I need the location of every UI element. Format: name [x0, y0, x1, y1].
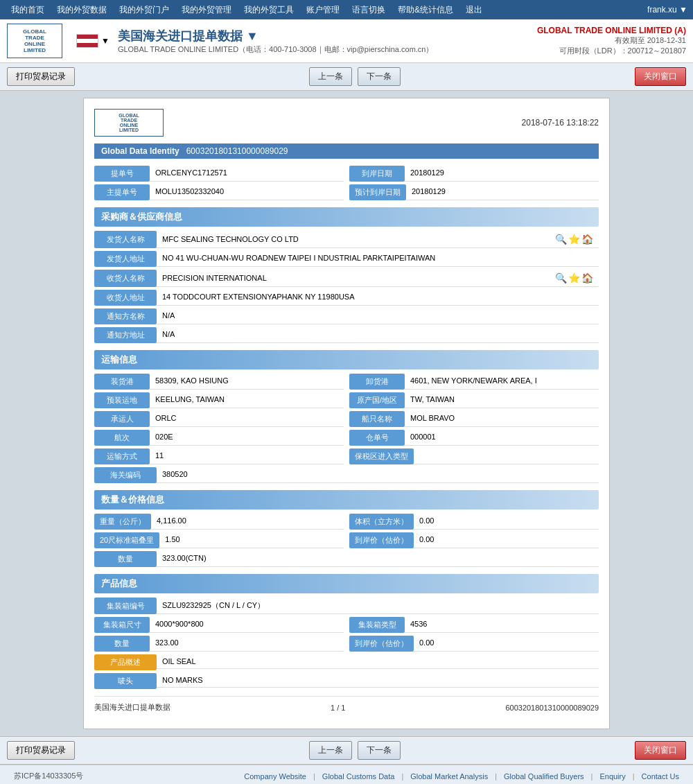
loading-place-field: 预装运地 KEELUNG, TAIWAN — [94, 392, 344, 408]
quantity2-field: 数量 323.00 — [94, 636, 344, 652]
footer-enquiry[interactable]: Enquiry — [599, 772, 625, 781]
notify-addr-row: 通知方地址 N/A — [94, 327, 599, 343]
bol-label: 仓单号 — [349, 430, 405, 446]
nav-logout[interactable]: 退出 — [460, 1, 488, 19]
consignee-icons: 🔍 ⭐ 🏠 — [555, 272, 593, 284]
vessel-label: 船只名称 — [349, 411, 405, 427]
container-std-value: 1.50 — [159, 532, 344, 548]
global-data-identity-bar: Global Data Identity 6003201801310000089… — [94, 143, 599, 159]
ftz-field: 保税区进入类型 — [349, 448, 599, 464]
container-no-value: SZLU9232925（CN / L / CY） — [157, 598, 599, 614]
loading-place-origin-fields: 预装运地 KEELUNG, TAIWAN 原产国/地区 TW, TAIWAN — [94, 392, 599, 408]
master-bill-label: 主提单号 — [94, 184, 150, 200]
page-title: 美国海关进口提单数据 ▼ — [118, 28, 537, 44]
weight-field: 重量（公斤） 4,116.00 — [94, 514, 344, 530]
shipper-addr-value: NO 41 WU-CHUAN-WU ROADNEW TAIPEI I NDUST… — [157, 251, 599, 267]
customs-code-label: 海关编码 — [94, 467, 157, 483]
nav-manage[interactable]: 我的外贸管理 — [176, 1, 237, 19]
next-button-top[interactable]: 下一条 — [358, 67, 401, 86]
prev-button-top[interactable]: 上一条 — [309, 67, 352, 86]
footer-market-analysis[interactable]: Global Market Analysis — [410, 772, 488, 781]
pager-row: 美国海关进口提单数据 1 / 1 6003201801310000089029 — [94, 696, 599, 718]
print-button-bottom[interactable]: 打印贸易记录 — [7, 741, 75, 760]
shipper-addr-label: 发货人地址 — [94, 251, 157, 267]
shipper-home-icon[interactable]: 🏠 — [581, 234, 593, 245]
next-button-bottom[interactable]: 下一条 — [358, 741, 401, 760]
container-no-row: 集装箱编号 SZLU9232925（CN / L / CY） — [94, 598, 599, 614]
transport-ftz-fields: 运输方式 11 保税区进入类型 — [94, 448, 599, 464]
header: GLOBALTRADEONLINELIMITED ▼ 美国海关进口提单数据 ▼ … — [0, 19, 693, 63]
logo-area: GLOBALTRADEONLINELIMITED — [7, 24, 62, 58]
voyage-label: 航次 — [94, 430, 150, 446]
print-button-top[interactable]: 打印贸易记录 — [7, 67, 75, 86]
weight-value: 4,116.00 — [151, 514, 344, 530]
nav-mydata[interactable]: 我的外贸数据 — [51, 1, 112, 19]
footer-company-website[interactable]: Company Website — [244, 772, 306, 781]
origin-country-value: TW, TAIWAN — [405, 392, 599, 408]
weight-volume-fields: 重量（公斤） 4,116.00 体积（立方米） 0.00 — [94, 514, 599, 530]
flag-area: ▼ — [76, 34, 109, 48]
consignee-search-icon[interactable]: 🔍 — [555, 272, 567, 284]
flag-dropdown-icon[interactable]: ▼ — [101, 36, 109, 46]
shipper-name-value: MFC SEALING TECHNOLOGY CO LTD 🔍 ⭐ 🏠 — [157, 231, 599, 248]
prev-button-bottom[interactable]: 上一条 — [309, 741, 352, 760]
consignee-home-icon[interactable]: 🏠 — [581, 272, 593, 284]
container-size-field: 集装箱尺寸 4000*900*800 — [94, 617, 344, 633]
shipper-search-icon[interactable]: 🔍 — [555, 234, 567, 245]
nav-home[interactable]: 我的首页 — [6, 1, 50, 19]
main-content: GLOBALTRADEONLINELIMITED 2018-07-16 13:1… — [0, 91, 693, 736]
pager-page: 1 / 1 — [331, 704, 345, 712]
nav-account[interactable]: 账户管理 — [301, 1, 345, 19]
quantity-label: 数量 — [94, 551, 157, 567]
product-desc-value: OIL SEAL — [157, 654, 599, 669]
container-type-value: 4536 — [405, 617, 599, 633]
loading-place-value: KEELUNG, TAIWAN — [150, 392, 344, 408]
section-transport: 运输信息 — [94, 350, 599, 369]
notify-name-label: 通知方名称 — [94, 308, 157, 324]
footer-global-customs[interactable]: Global Customs Data — [322, 772, 395, 781]
document: GLOBALTRADEONLINELIMITED 2018-07-16 13:1… — [83, 98, 610, 729]
nav-language[interactable]: 语言切换 — [346, 1, 391, 19]
arrival-date-value: 20180129 — [405, 166, 599, 182]
shipper-name-label: 发货人名称 — [94, 231, 157, 248]
close-button-top[interactable]: 关闭窗口 — [635, 67, 686, 86]
notify-addr-label: 通知方地址 — [94, 327, 157, 343]
bill-no-value: ORLCENYC1712571 — [150, 166, 344, 182]
global-data-identity-value: 6003201801310000089029 — [186, 146, 288, 156]
unit-price-field: 到岸价（估价） 0.00 — [349, 532, 599, 548]
nav-help[interactable]: 帮助&统计信息 — [392, 1, 459, 19]
section-product: 产品信息 — [94, 574, 599, 593]
transport-mode-label: 运输方式 — [94, 448, 150, 464]
container-size-label: 集装箱尺寸 — [94, 617, 150, 633]
carrier-label: 承运人 — [94, 411, 150, 427]
ftz-label: 保税区进入类型 — [349, 448, 414, 464]
voyage-value: 020E — [150, 430, 344, 446]
notify-name-row: 通知方名称 N/A — [94, 308, 599, 324]
title-arrow: ▼ — [246, 29, 258, 43]
consignee-star-icon[interactable]: ⭐ — [568, 272, 580, 284]
quantity-row: 数量 323.00(CTN) — [94, 551, 599, 567]
transport-mode-field: 运输方式 11 — [94, 448, 344, 464]
bill-no-label: 提单号 — [94, 166, 150, 182]
volume-label: 体积（立方米） — [349, 514, 414, 530]
footer-qualified-buyers[interactable]: Global Qualified Buyers — [504, 772, 584, 781]
loading-port-label: 装货港 — [94, 374, 150, 390]
footer-toolbar: 打印贸易记录 上一条 下一条 关闭窗口 — [0, 736, 693, 765]
customs-code-value: 380520 — [157, 467, 599, 483]
nav-portal[interactable]: 我的外贸门户 — [114, 1, 175, 19]
close-button-bottom[interactable]: 关闭窗口 — [635, 741, 686, 760]
shipper-star-icon[interactable]: ⭐ — [568, 234, 580, 245]
est-arrival-value: 20180129 — [406, 184, 599, 200]
top-nav: 我的首页 我的外贸数据 我的外贸门户 我的外贸管理 我的外贸工具 账户管理 语言… — [0, 0, 693, 19]
quantity2-label: 数量 — [94, 636, 150, 652]
company-contact: GLOBAL TRADE ONLINE LIMITED（电话：400-710-3… — [118, 44, 537, 55]
user-info[interactable]: frank.xu ▼ — [647, 5, 687, 15]
nav-items: 我的首页 我的外贸数据 我的外贸门户 我的外贸管理 我的外贸工具 账户管理 语言… — [6, 1, 488, 19]
quantity-value: 323.00(CTN) — [157, 551, 599, 567]
footer-contact-us[interactable]: Contact Us — [642, 772, 679, 781]
nav-tools[interactable]: 我的外贸工具 — [238, 1, 299, 19]
container-type-field: 集装箱类型 4536 — [349, 617, 599, 633]
nav-buttons-top: 上一条 下一条 — [309, 67, 401, 86]
section-quantity-price: 数量＆价格信息 — [94, 490, 599, 509]
container-std-unit-price-fields: 20尺标准箱叠里 1.50 到岸价（估价） 0.00 — [94, 532, 599, 548]
